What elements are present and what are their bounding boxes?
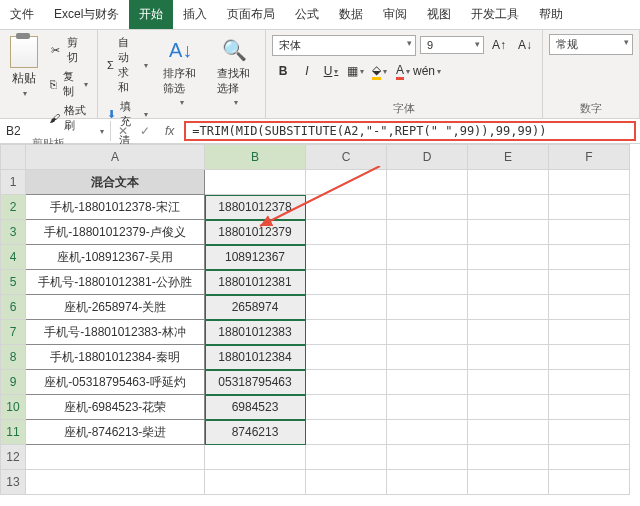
fx-icon[interactable]: fx [159,124,180,138]
row-header-10[interactable]: 10 [1,395,26,420]
cell-B6[interactable]: 2658974 [205,295,306,320]
cell-F5[interactable] [549,270,630,295]
cut-button[interactable]: ✂剪切 [46,34,91,66]
paste-button[interactable]: 粘贴 ▾ [6,34,42,134]
font-size-select[interactable]: 9 [420,36,484,54]
spreadsheet-grid[interactable]: ABCDEF1混合文本2手机-18801012378-宋江18801012378… [0,144,640,495]
menu-item-2[interactable]: 开始 [129,0,173,29]
cell-A11[interactable]: 座机-8746213-柴进 [26,420,205,445]
cell-C13[interactable] [306,470,387,495]
cell-D13[interactable] [387,470,468,495]
cell-E1[interactable] [468,170,549,195]
menu-item-9[interactable]: 开发工具 [461,0,529,29]
menu-item-5[interactable]: 公式 [285,0,329,29]
cell-B11[interactable]: 8746213 [205,420,306,445]
row-header-6[interactable]: 6 [1,295,26,320]
col-header-B[interactable]: B [205,145,306,170]
row-header-5[interactable]: 5 [1,270,26,295]
cell-A8[interactable]: 手机-18801012384-秦明 [26,345,205,370]
menu-item-10[interactable]: 帮助 [529,0,573,29]
col-header-A[interactable]: A [26,145,205,170]
cell-D7[interactable] [387,320,468,345]
cell-B4[interactable]: 108912367 [205,245,306,270]
cell-E12[interactable] [468,445,549,470]
cell-C9[interactable] [306,370,387,395]
cell-A13[interactable] [26,470,205,495]
cell-C12[interactable] [306,445,387,470]
cell-C4[interactable] [306,245,387,270]
cell-C7[interactable] [306,320,387,345]
cell-D8[interactable] [387,345,468,370]
cell-D1[interactable] [387,170,468,195]
cell-D4[interactable] [387,245,468,270]
select-all-corner[interactable] [1,145,26,170]
cell-B12[interactable] [205,445,306,470]
menu-item-4[interactable]: 页面布局 [217,0,285,29]
border-button[interactable]: ▦▾ [344,60,366,82]
cell-B10[interactable]: 6984523 [205,395,306,420]
cell-A9[interactable]: 座机-05318795463-呼延灼 [26,370,205,395]
menu-item-3[interactable]: 插入 [173,0,217,29]
cell-E13[interactable] [468,470,549,495]
cell-A4[interactable]: 座机-108912367-吴用 [26,245,205,270]
cell-E6[interactable] [468,295,549,320]
col-header-D[interactable]: D [387,145,468,170]
row-header-4[interactable]: 4 [1,245,26,270]
cell-B8[interactable]: 18801012384 [205,345,306,370]
cell-B1[interactable] [205,170,306,195]
decrease-font-button[interactable]: A↓ [514,34,536,56]
cell-D6[interactable] [387,295,468,320]
menu-item-7[interactable]: 审阅 [373,0,417,29]
row-header-12[interactable]: 12 [1,445,26,470]
cell-E5[interactable] [468,270,549,295]
cell-E3[interactable] [468,220,549,245]
cell-E7[interactable] [468,320,549,345]
font-name-select[interactable]: 宋体 [272,35,416,56]
cell-A6[interactable]: 座机-2658974-关胜 [26,295,205,320]
cell-E9[interactable] [468,370,549,395]
menu-item-8[interactable]: 视图 [417,0,461,29]
row-header-11[interactable]: 11 [1,420,26,445]
row-header-3[interactable]: 3 [1,220,26,245]
cell-C6[interactable] [306,295,387,320]
cell-B5[interactable]: 18801012381 [205,270,306,295]
menu-item-6[interactable]: 数据 [329,0,373,29]
cell-B7[interactable]: 18801012383 [205,320,306,345]
cell-E8[interactable] [468,345,549,370]
col-header-C[interactable]: C [306,145,387,170]
cell-F1[interactable] [549,170,630,195]
row-header-2[interactable]: 2 [1,195,26,220]
cell-D12[interactable] [387,445,468,470]
cell-E10[interactable] [468,395,549,420]
italic-button[interactable]: I [296,60,318,82]
cell-C1[interactable] [306,170,387,195]
cell-D2[interactable] [387,195,468,220]
cell-E2[interactable] [468,195,549,220]
col-header-E[interactable]: E [468,145,549,170]
cell-A10[interactable]: 座机-6984523-花荣 [26,395,205,420]
cancel-formula-button[interactable]: ✕ [115,124,131,138]
cell-E11[interactable] [468,420,549,445]
cell-C5[interactable] [306,270,387,295]
cell-D3[interactable] [387,220,468,245]
row-header-1[interactable]: 1 [1,170,26,195]
row-header-9[interactable]: 9 [1,370,26,395]
cell-F11[interactable] [549,420,630,445]
accept-formula-button[interactable]: ✓ [137,124,153,138]
fill-color-button[interactable]: ⬙▾ [368,60,390,82]
name-box[interactable]: B2▾ [0,121,111,141]
number-format-select[interactable]: 常规 [549,34,633,55]
menu-item-1[interactable]: Excel与财务 [44,0,129,29]
font-color-button[interactable]: A▾ [392,60,414,82]
cell-B2[interactable]: 18801012378 [205,195,306,220]
autosum-button[interactable]: Σ自动求和▾ [104,34,151,96]
cell-F9[interactable] [549,370,630,395]
cell-D5[interactable] [387,270,468,295]
cell-D10[interactable] [387,395,468,420]
cell-C10[interactable] [306,395,387,420]
cell-E4[interactable] [468,245,549,270]
cell-F3[interactable] [549,220,630,245]
row-header-13[interactable]: 13 [1,470,26,495]
col-header-F[interactable]: F [549,145,630,170]
increase-font-button[interactable]: A↑ [488,34,510,56]
